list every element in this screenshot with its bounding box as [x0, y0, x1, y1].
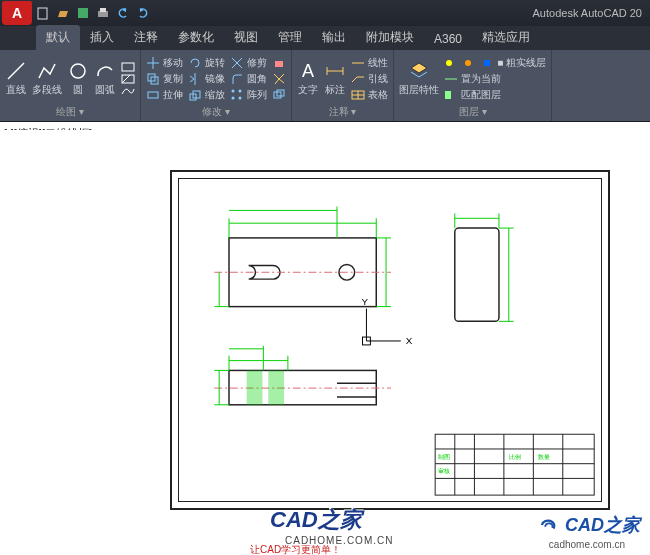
tool-mirror[interactable]: 镜像 [188, 72, 225, 86]
svg-point-14 [232, 89, 235, 92]
svg-text:审核: 审核 [438, 468, 450, 475]
panel-modify: 移动 复制 拉伸 旋转 镜像 缩放 修剪 圆角 阵列 修改 ▾ [141, 50, 292, 121]
panel-modify-label[interactable]: 修改 ▾ [146, 105, 286, 121]
window-title: Autodesk AutoCAD 20 [150, 7, 648, 19]
tool-trim[interactable]: 修剪 [230, 56, 267, 70]
tool-rect-icon[interactable] [121, 62, 135, 72]
svg-point-28 [446, 60, 452, 66]
tool-arc[interactable]: 圆弧 [94, 60, 116, 97]
tool-layer-props[interactable]: 图层特性 [399, 60, 439, 97]
tool-erase-icon[interactable] [272, 56, 286, 70]
tab-default[interactable]: 默认 [36, 25, 80, 50]
svg-rect-0 [38, 8, 47, 19]
tool-text[interactable]: A文字 [297, 60, 319, 97]
tab-parametric[interactable]: 参数化 [168, 25, 224, 50]
tab-manage[interactable]: 管理 [268, 25, 312, 50]
tool-fillet[interactable]: 圆角 [230, 72, 267, 86]
tool-dimension[interactable]: 标注 [324, 60, 346, 97]
panel-annotation: A文字 标注 线性 引线 表格 注释 ▾ [292, 50, 394, 121]
svg-text:制图: 制图 [438, 454, 450, 460]
svg-rect-30 [484, 60, 490, 66]
app-menu-button[interactable]: A [2, 1, 32, 25]
set-current-layer[interactable]: 置为当前 [444, 72, 546, 86]
quick-access-toolbar [36, 6, 150, 20]
title-block: 制图 审核 比例 数量 [435, 434, 594, 495]
tool-table[interactable]: 表格 [351, 88, 388, 102]
svg-point-17 [239, 96, 242, 99]
drawing-border: X Y 制图 审核 比例 数量 [170, 170, 610, 510]
undo-icon[interactable] [116, 6, 130, 20]
tool-leader[interactable]: 引线 [351, 72, 388, 86]
tool-array[interactable]: 阵列 [230, 88, 267, 102]
tab-addins[interactable]: 附加模块 [356, 25, 424, 50]
tool-circle[interactable]: 圆 [67, 60, 89, 97]
panel-annot-label[interactable]: 注释 ▾ [297, 105, 388, 121]
axis-y-label: Y [362, 296, 369, 307]
new-icon[interactable] [36, 6, 50, 20]
svg-rect-69 [435, 434, 594, 495]
tab-insert[interactable]: 插入 [80, 25, 124, 50]
svg-point-29 [465, 60, 471, 66]
tool-copy[interactable]: 复制 [146, 72, 183, 86]
redo-icon[interactable] [136, 6, 150, 20]
svg-rect-56 [247, 370, 263, 404]
save-icon[interactable] [76, 6, 90, 20]
tool-polyline[interactable]: 多段线 [32, 60, 62, 97]
ribbon: 直线 多段线 圆 圆弧 绘图 ▾ 移动 复制 拉伸 旋转 镜像 缩放 [0, 50, 650, 122]
svg-rect-11 [148, 92, 158, 98]
svg-point-16 [232, 96, 235, 99]
match-layer[interactable]: 匹配图层 [444, 88, 546, 102]
svg-line-8 [122, 75, 130, 83]
tab-output[interactable]: 输出 [312, 25, 356, 50]
swirl-icon [539, 516, 561, 534]
svg-rect-18 [275, 61, 283, 67]
watermark-logo2: CAD之家 [539, 513, 640, 537]
view-side [455, 213, 514, 321]
view-front [214, 206, 391, 306]
tool-move[interactable]: 移动 [146, 56, 183, 70]
panel-draw-label[interactable]: 绘图 ▾ [5, 105, 135, 121]
watermark-brand: CAD之家 [270, 505, 362, 535]
tab-featured[interactable]: 精选应用 [472, 25, 540, 50]
watermark-slogan: 让CAD学习更简单！ [250, 543, 341, 555]
panel-layer-label[interactable]: 图层 ▾ [399, 105, 546, 121]
svg-rect-3 [100, 8, 106, 12]
svg-text:比例: 比例 [509, 454, 521, 460]
axis-x-label: X [406, 335, 413, 346]
tool-scale[interactable]: 缩放 [188, 88, 225, 102]
svg-rect-57 [268, 370, 284, 404]
layer-dropdown[interactable]: ■ 粗实线层 [444, 56, 546, 70]
panel-draw: 直线 多段线 圆 圆弧 绘图 ▾ [0, 50, 141, 121]
svg-rect-45 [455, 228, 499, 321]
svg-rect-6 [122, 63, 134, 71]
tab-view[interactable]: 视图 [224, 25, 268, 50]
open-icon[interactable] [56, 6, 70, 20]
svg-point-5 [71, 64, 85, 78]
svg-point-15 [239, 89, 242, 92]
watermark-url2: cadhome.com.cn [549, 539, 625, 550]
print-icon[interactable] [96, 6, 110, 20]
svg-line-4 [8, 63, 24, 79]
tool-stretch[interactable]: 拉伸 [146, 88, 183, 102]
svg-rect-31 [445, 91, 451, 99]
title-bar: A Autodesk AutoCAD 20 [0, 0, 650, 26]
svg-text:数量: 数量 [538, 454, 550, 460]
tool-offset-icon[interactable] [272, 88, 286, 102]
tool-line[interactable]: 直线 [5, 60, 27, 97]
tab-a360[interactable]: A360 [424, 28, 472, 50]
drawing-canvas[interactable]: X Y 制图 审核 比例 数量 CAD之家 CA [0, 130, 650, 555]
view-top [214, 346, 391, 405]
svg-rect-1 [78, 8, 88, 18]
tool-linear[interactable]: 线性 [351, 56, 388, 70]
ucs-icon: X Y [362, 296, 413, 346]
ribbon-tabs: 默认 插入 注释 参数化 视图 管理 输出 附加模块 A360 精选应用 [0, 26, 650, 50]
panel-layers: 图层特性 ■ 粗实线层 置为当前 匹配图层 图层 ▾ [394, 50, 552, 121]
tool-rotate[interactable]: 旋转 [188, 56, 225, 70]
tab-annotate[interactable]: 注释 [124, 25, 168, 50]
tool-hatch-icon[interactable] [121, 74, 135, 84]
tool-explode-icon[interactable] [272, 72, 286, 86]
tool-spline-icon[interactable] [121, 86, 135, 96]
